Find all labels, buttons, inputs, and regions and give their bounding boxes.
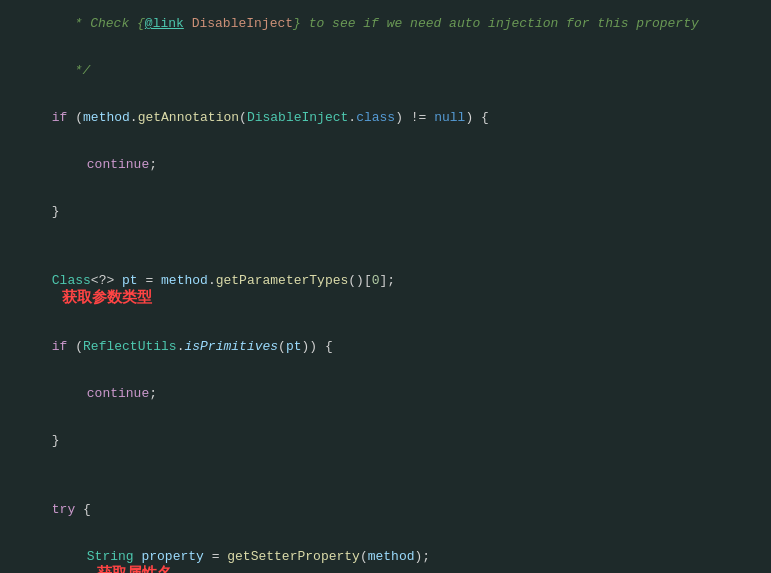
line-text: * Check {@link DisableInject} to see if … (0, 1, 771, 46)
line-text: try { (0, 487, 771, 532)
code-line: continue; (0, 370, 771, 417)
line-text: */ (0, 48, 771, 93)
code-line: Class<?> pt = method.getParameterTypes()… (0, 257, 771, 323)
line-text: } (0, 189, 771, 234)
line-text: continue; (0, 142, 771, 187)
zh-label-param: 获取参数类型 (62, 288, 152, 305)
code-line (0, 235, 771, 257)
code-line: continue; (0, 141, 771, 188)
line-text: if (method.getAnnotation(DisableInject.c… (0, 95, 771, 140)
line-text (0, 236, 771, 251)
code-line: * Check {@link DisableInject} to see if … (0, 0, 771, 47)
line-text: String property = getSetterProperty(meth… (0, 534, 771, 573)
zh-label-property: 获取属性名 (97, 564, 172, 573)
code-line (0, 464, 771, 486)
code-editor: * Check {@link DisableInject} to see if … (0, 0, 771, 573)
line-text: } (0, 418, 771, 463)
code-line: */ (0, 47, 771, 94)
code-line: try { (0, 486, 771, 533)
line-text: continue; (0, 371, 771, 416)
code-line: } (0, 417, 771, 464)
line-text (0, 465, 771, 480)
code-line: if (ReflectUtils.isPrimitives(pt)) { (0, 323, 771, 370)
line-text: if (ReflectUtils.isPrimitives(pt)) { (0, 324, 771, 369)
code-line: } (0, 188, 771, 235)
code-line: String property = getSetterProperty(meth… (0, 533, 771, 573)
code-line: if (method.getAnnotation(DisableInject.c… (0, 94, 771, 141)
line-text: Class<?> pt = method.getParameterTypes()… (0, 258, 771, 322)
